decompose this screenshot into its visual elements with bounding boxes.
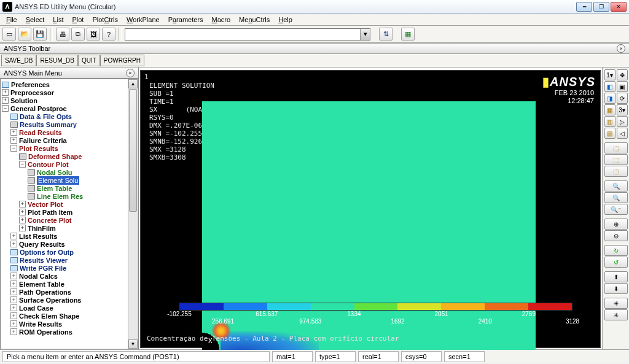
quit-button[interactable]: QUIT [78, 55, 100, 66]
tree-results-summary[interactable]: Results Summary [20, 120, 77, 129]
tree-write-results[interactable]: Write Results [19, 320, 62, 328]
fit-view-icon[interactable]: ▣ [617, 81, 628, 92]
expand-icon[interactable]: + [2, 97, 9, 104]
menu-plot[interactable]: Plot [68, 15, 87, 24]
rotate-neg-icon[interactable]: ↺ [604, 257, 628, 268]
expand-icon[interactable]: + [10, 288, 17, 295]
tree-rom-ops[interactable]: ROM Operations [19, 328, 72, 336]
tree-plot-results[interactable]: Plot Results [19, 144, 58, 153]
expand-icon[interactable]: + [10, 320, 17, 327]
pan-right-icon[interactable]: ▷ [617, 116, 628, 127]
zoom-back-icon[interactable]: 🔍⁻ [604, 204, 628, 215]
iso-view-icon[interactable]: ◧ [604, 81, 615, 92]
command-field[interactable] [125, 29, 360, 40]
zoom-in-icon[interactable]: 🔍 [604, 180, 628, 192]
maximize-button[interactable]: ❐ [593, 2, 609, 12]
chevron-down-icon[interactable]: ▾ [360, 29, 370, 40]
tree-element-table[interactable]: Element Table [19, 280, 64, 288]
rate-icon[interactable]: ✳ [604, 298, 628, 309]
style-down-icon[interactable]: ⬇ [604, 283, 628, 294]
image-icon[interactable]: 🖼 [87, 28, 100, 41]
tree-write-pgr[interactable]: Write PGR File [20, 264, 66, 273]
back-view-icon[interactable]: ⬚ [604, 142, 628, 153]
tree-surface-ops[interactable]: Surface Operations [19, 296, 81, 304]
tree-elem-table[interactable]: Elem Table [37, 184, 72, 193]
scrollbar[interactable]: ▲ ▼ [128, 79, 138, 349]
expand-icon[interactable]: + [10, 273, 17, 279]
tree-query-results[interactable]: Query Results [19, 240, 65, 249]
pan-left-icon[interactable]: ◁ [617, 128, 628, 139]
expand-icon[interactable]: + [10, 137, 17, 144]
view-number-icon[interactable]: 3▾ [617, 104, 628, 115]
minimize-button[interactable]: ━ [576, 2, 592, 12]
left-view-icon[interactable]: ⬚ [604, 154, 628, 165]
rotate-pos-icon[interactable]: ↻ [604, 245, 628, 256]
tree-plot-path[interactable]: Plot Path Item [28, 208, 72, 217]
pan-rotate-icon[interactable]: ✳ [604, 309, 628, 320]
tree-nodal-solu[interactable]: Nodal Solu [37, 168, 72, 177]
menu-plotctrls[interactable]: PlotCtrls [88, 15, 122, 24]
tree-check-elem[interactable]: Check Elem Shape [19, 312, 79, 320]
bottom-view-icon[interactable]: ⬚ [604, 166, 628, 177]
menu-help[interactable]: Help [275, 15, 296, 24]
right-view-icon[interactable]: ▥ [604, 116, 615, 127]
front-view-icon[interactable]: ▦ [604, 104, 615, 115]
new-icon[interactable]: ▭ [2, 28, 16, 41]
powrgrph-button[interactable]: POWRGRPH [100, 55, 144, 66]
expand-icon[interactable]: + [19, 209, 26, 215]
tree-general-postproc[interactable]: General Postproc [10, 104, 67, 113]
window-layout-icon[interactable]: 1▾ [604, 69, 615, 80]
expand-icon[interactable]: + [19, 217, 26, 223]
tree-path-ops[interactable]: Path Operations [19, 288, 71, 296]
expand-icon[interactable]: + [10, 281, 17, 287]
tree-read-results[interactable]: Read Results [19, 128, 62, 137]
raise-hidden-icon[interactable]: ⇅ [379, 28, 393, 41]
scroll-up-icon[interactable]: ▲ [128, 79, 138, 88]
contact-manager-icon[interactable]: ▦ [401, 28, 415, 41]
expand-icon[interactable]: + [10, 241, 17, 247]
top-view-icon[interactable]: ▤ [604, 128, 615, 139]
tree-deformed-shape[interactable]: Deformed Shape [28, 152, 82, 161]
tree-thinfilm[interactable]: ThinFilm [28, 224, 56, 233]
menu-list[interactable]: List [49, 15, 67, 24]
resum-db-button[interactable]: RESUM_DB [36, 55, 78, 66]
expand-icon[interactable]: + [10, 328, 17, 335]
oblique-view-icon[interactable]: ◨ [604, 93, 615, 104]
expand-icon[interactable]: + [10, 296, 17, 303]
expand-icon[interactable]: + [19, 225, 26, 231]
expand-icon[interactable]: + [10, 304, 17, 311]
tree-results-viewer[interactable]: Results Viewer [20, 256, 68, 265]
collapse-icon[interactable]: − [10, 145, 17, 152]
tree-failure-criteria[interactable]: Failure Criteria [19, 136, 67, 145]
menu-select[interactable]: Select [22, 15, 49, 24]
expand-icon[interactable]: + [10, 233, 17, 239]
open-icon[interactable]: 📂 [18, 28, 31, 41]
help-icon[interactable]: ? [102, 28, 115, 41]
expand-icon[interactable]: + [10, 129, 17, 136]
scroll-down-icon[interactable]: ▼ [128, 339, 138, 349]
collapse-icon[interactable]: « [617, 44, 625, 53]
save-icon[interactable]: 💾 [33, 28, 47, 41]
close-button[interactable]: ✕ [611, 2, 627, 12]
zoom-extents-plus-icon[interactable]: ⊕ [604, 219, 628, 230]
style-up-icon[interactable]: ⬆ [604, 271, 628, 282]
tree-preferences[interactable]: Preferences [11, 80, 50, 89]
zoom-window-icon[interactable]: 🔍 [604, 192, 628, 203]
command-input[interactable]: ▾ [125, 28, 370, 41]
tree-load-case[interactable]: Load Case [19, 304, 53, 312]
graphics-window[interactable]: 1 ▮ANSYS FEB 23 201012:28:47 ELEMENT SOL… [140, 70, 601, 348]
scroll-thumb[interactable] [129, 89, 137, 212]
zoom-extents-minus-icon[interactable]: ⊖ [604, 230, 628, 241]
print-icon[interactable]: 🖶 [56, 28, 69, 41]
tree-solution[interactable]: Solution [10, 96, 37, 105]
tree-preprocessor[interactable]: Preprocessor [10, 88, 54, 97]
expand-icon[interactable]: + [19, 201, 26, 207]
tree-line-elem-res[interactable]: Line Elem Res [37, 192, 83, 201]
tree-element-solu[interactable]: Element Solu [37, 176, 79, 185]
tree-list-results[interactable]: List Results [19, 232, 57, 241]
tree-vector-plot[interactable]: Vector Plot [28, 200, 63, 209]
tree-nodal-calcs[interactable]: Nodal Calcs [19, 272, 58, 281]
menu-workplane[interactable]: WorkPlane [123, 15, 163, 24]
collapse-icon[interactable]: − [19, 161, 26, 168]
collapse-icon[interactable]: − [2, 105, 9, 112]
